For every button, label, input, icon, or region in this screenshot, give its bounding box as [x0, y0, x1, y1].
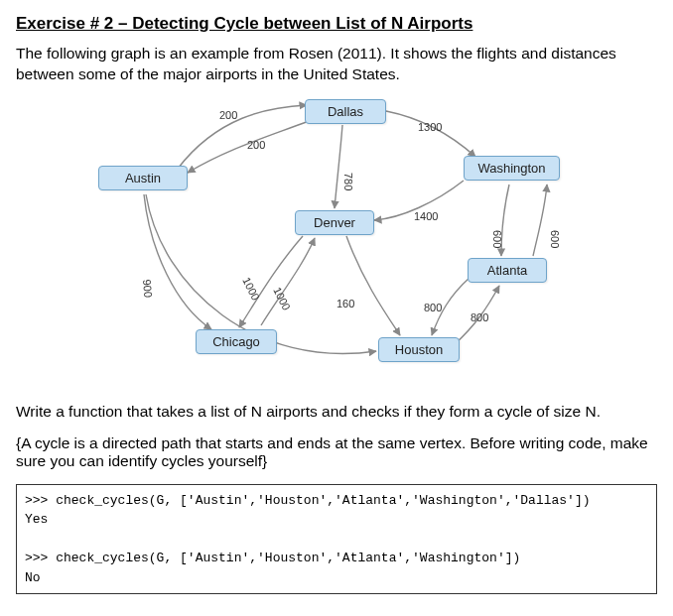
code-output: No [25, 570, 41, 585]
function-prompt: Write a function that takes a list of N … [16, 403, 657, 421]
sample-repl: >>> check_cycles(G, ['Austin','Houston',… [16, 484, 657, 595]
edge-label: 200 [219, 109, 237, 121]
edge-label: 800 [424, 302, 442, 313]
edge-label: 900 [141, 279, 155, 298]
node-houston: Houston [378, 337, 460, 362]
edge-label: 780 [342, 173, 354, 190]
node-chicago: Chicago [196, 329, 277, 354]
edge-label: 1000 [271, 285, 293, 311]
node-austin: Austin [98, 166, 188, 190]
node-atlanta: Atlanta [468, 258, 547, 283]
cycle-note: {A cycle is a directed path that starts … [16, 434, 657, 470]
edge-label: 600 [549, 230, 561, 248]
node-dallas: Dallas [305, 99, 386, 124]
edge-label: 160 [336, 298, 354, 309]
edge-label: 800 [471, 311, 488, 323]
graph-edges: 200 200 780 1300 1400 600 600 1000 1000 … [59, 91, 614, 389]
code-line: >>> check_cycles(G, ['Austin','Houston',… [25, 493, 591, 508]
edge-label: 200 [247, 139, 265, 151]
edge-label: 1000 [240, 275, 262, 302]
node-denver: Denver [295, 210, 374, 235]
edge-label: 1300 [418, 121, 442, 133]
edge-label: 1400 [414, 210, 438, 222]
airport-graph-diagram: 200 200 780 1300 1400 600 600 1000 1000 … [59, 91, 614, 389]
exercise-title: Exercise # 2 – Detecting Cycle between L… [16, 14, 657, 34]
code-line: >>> check_cycles(G, ['Austin','Houston',… [25, 551, 520, 565]
code-output: Yes [25, 512, 48, 527]
document-body: Exercise # 2 – Detecting Cycle between L… [0, 0, 673, 610]
edge-label: 600 [491, 230, 503, 248]
exercise-intro: The following graph is an example from R… [16, 44, 657, 85]
node-washington: Washington [464, 156, 560, 181]
